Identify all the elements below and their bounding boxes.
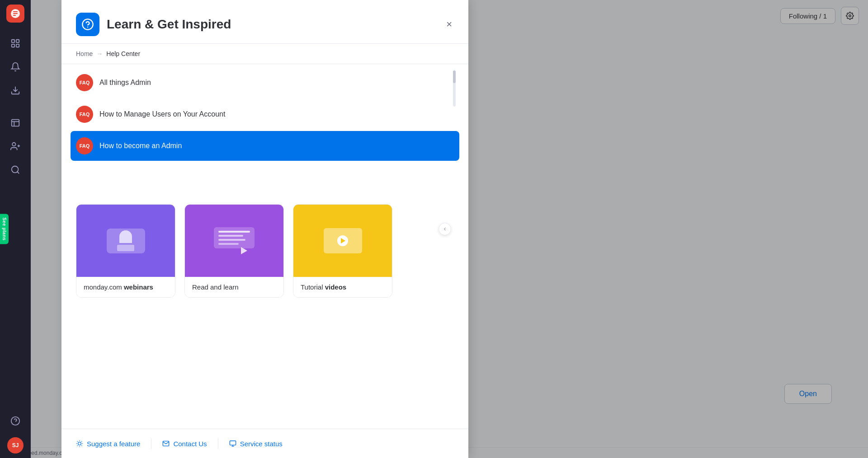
webinars-card-image [76, 205, 175, 277]
svg-line-16 [17, 172, 19, 173]
sidebar-item-bell[interactable] [6, 58, 24, 76]
svg-point-12 [12, 143, 15, 146]
modal-collapse-arrow[interactable] [439, 223, 451, 235]
video-screen [324, 228, 362, 253]
faq-text-1: All things Admin [99, 79, 151, 87]
learn-modal: Learn & Get Inspired × Home → Help Cente… [61, 0, 468, 458]
modal-icon [76, 13, 99, 36]
see-plans-badge[interactable]: See plans [0, 214, 9, 244]
breadcrumb: Home → Help Center [61, 44, 468, 64]
webinars-card[interactable]: monday.com webinars [76, 204, 175, 298]
read-icon [209, 223, 259, 259]
contact-us-link[interactable]: Contact Us [151, 440, 217, 448]
sidebar-item-grid[interactable] [6, 34, 24, 52]
sidebar: SJ See plans [0, 0, 31, 458]
svg-rect-9 [12, 120, 19, 126]
breadcrumb-home[interactable]: Home [76, 50, 93, 57]
faq-item-2[interactable]: FAQ How to Manage Users on Your Account [71, 99, 459, 129]
tutorial-card-image [293, 205, 392, 277]
close-button[interactable]: × [444, 17, 454, 32]
faq-badge-1: FAQ [76, 74, 93, 91]
faq-text-3: How to become an Admin [99, 142, 182, 150]
faq-badge-2: FAQ [76, 106, 93, 123]
sidebar-item-download[interactable] [6, 81, 24, 99]
user-avatar[interactable]: SJ [7, 437, 24, 453]
faq-badge-3: FAQ [76, 137, 93, 154]
suggest-feature-link[interactable]: Suggest a feature [76, 440, 151, 448]
svg-rect-32 [230, 441, 236, 445]
faq-list: FAQ All things Admin FAQ How to Manage U… [61, 64, 468, 166]
svg-line-30 [77, 445, 78, 446]
contact-us-label: Contact Us [173, 440, 207, 448]
svg-rect-7 [16, 44, 19, 47]
read-learn-card-image [185, 205, 283, 277]
svg-rect-5 [16, 40, 19, 42]
modal-title: Learn & Get Inspired [107, 17, 231, 32]
service-status-label: Service status [240, 440, 283, 448]
scrollbar-thumb [453, 70, 456, 83]
cards-section: monday.com webinars [61, 193, 468, 308]
svg-rect-1 [13, 13, 18, 14]
suggest-feature-label: Suggest a feature [87, 440, 140, 448]
main-content: Following / 1 Tomorrow Hide Open Learn &… [31, 0, 868, 458]
video-play-button [337, 235, 348, 246]
video-icon [324, 228, 362, 253]
svg-rect-3 [13, 15, 16, 16]
faq-item-3[interactable]: FAQ How to become an Admin [71, 131, 459, 161]
svg-line-27 [81, 445, 82, 446]
webinars-label: monday.com webinars [76, 277, 175, 297]
modal-footer: Suggest a feature Contact Us Service sta… [61, 429, 468, 458]
svg-point-23 [78, 442, 81, 445]
breadcrumb-arrow: → [96, 50, 103, 57]
tutorial-card[interactable]: Tutorial videos [293, 204, 392, 298]
modal-header: Learn & Get Inspired × [61, 0, 468, 44]
read-learn-label: Read and learn [185, 277, 283, 297]
read-learn-card[interactable]: Read and learn [184, 204, 284, 298]
svg-rect-6 [12, 44, 14, 47]
svg-point-15 [12, 166, 19, 173]
modal-spacer [61, 308, 468, 429]
webinar-icon [107, 229, 145, 253]
svg-line-31 [81, 441, 82, 442]
sidebar-item-help[interactable] [6, 412, 24, 430]
svg-line-26 [77, 441, 78, 442]
sidebar-item-search[interactable] [6, 161, 24, 179]
svg-rect-4 [12, 40, 14, 42]
breadcrumb-current: Help Center [106, 50, 140, 57]
service-status-link[interactable]: Service status [218, 440, 293, 448]
svg-rect-2 [13, 11, 18, 12]
sidebar-item-user-plus[interactable] [6, 137, 24, 155]
scrollbar[interactable] [453, 70, 456, 107]
app-logo[interactable] [6, 5, 24, 23]
faq-item-1[interactable]: FAQ All things Admin [71, 68, 459, 98]
faq-text-2: How to Manage Users on Your Account [99, 110, 225, 118]
tutorial-label: Tutorial videos [293, 277, 392, 297]
sidebar-item-board[interactable] [6, 114, 24, 132]
